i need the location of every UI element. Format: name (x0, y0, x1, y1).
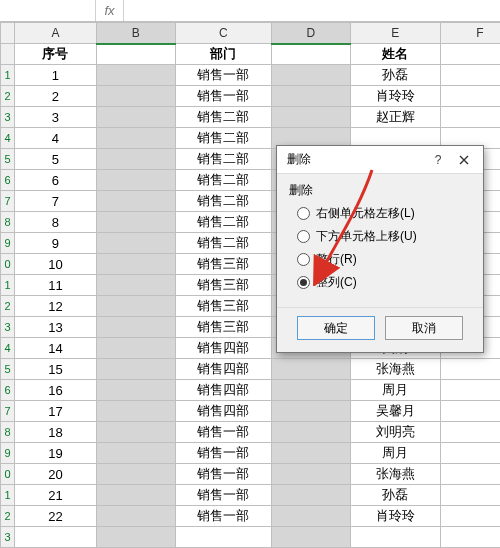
cell[interactable]: 肖玲玲 (351, 506, 441, 527)
cell[interactable] (271, 44, 350, 65)
row-header[interactable]: 2 (1, 506, 15, 527)
cell[interactable]: 销售二部 (176, 191, 272, 212)
cell[interactable]: 销售四部 (176, 338, 272, 359)
row-header[interactable]: 3 (1, 527, 15, 548)
close-icon[interactable] (451, 150, 477, 170)
cell[interactable]: 22 (15, 506, 96, 527)
cell[interactable]: 销售一部 (176, 506, 272, 527)
cell[interactable]: 销售二部 (176, 212, 272, 233)
cell[interactable] (96, 170, 175, 191)
table-row[interactable]: 2 2 销售一部 肖玲玲 (1, 86, 501, 107)
cell[interactable]: 周月 (351, 380, 441, 401)
row-header[interactable] (1, 44, 15, 65)
cell[interactable]: 销售二部 (176, 170, 272, 191)
cell[interactable]: 销售四部 (176, 380, 272, 401)
cell[interactable]: 刘明亮 (351, 422, 441, 443)
cell[interactable]: 销售一部 (176, 464, 272, 485)
cell[interactable] (440, 527, 500, 548)
cell[interactable]: 9 (15, 233, 96, 254)
cell[interactable] (96, 527, 175, 548)
cell[interactable] (96, 422, 175, 443)
cell[interactable] (96, 485, 175, 506)
row-header[interactable]: 9 (1, 443, 15, 464)
cell[interactable]: 销售一部 (176, 422, 272, 443)
cell[interactable]: 17 (15, 401, 96, 422)
cell[interactable] (271, 107, 350, 128)
table-row[interactable]: 0 20 销售一部 张海燕 (1, 464, 501, 485)
cell[interactable]: 销售一部 (176, 485, 272, 506)
cell[interactable]: 张海燕 (351, 359, 441, 380)
cell[interactable] (440, 359, 500, 380)
cell[interactable]: 2 (15, 86, 96, 107)
cell[interactable]: 销售三部 (176, 275, 272, 296)
cell[interactable] (96, 464, 175, 485)
cell[interactable] (96, 359, 175, 380)
table-row[interactable]: 7 17 销售四部 吴馨月 (1, 401, 501, 422)
cell[interactable]: 赵正辉 (351, 107, 441, 128)
row-header[interactable]: 5 (1, 359, 15, 380)
cell[interactable] (96, 191, 175, 212)
row-header[interactable]: 9 (1, 233, 15, 254)
cell[interactable] (96, 128, 175, 149)
table-row[interactable]: 5 15 销售四部 张海燕 (1, 359, 501, 380)
fx-icon[interactable]: fx (96, 0, 124, 21)
cell[interactable] (440, 485, 500, 506)
table-header-row[interactable]: 序号 部门 姓名 (1, 44, 501, 65)
cell[interactable] (96, 254, 175, 275)
table-row[interactable]: 2 22 销售一部 肖玲玲 (1, 506, 501, 527)
cell[interactable] (271, 485, 350, 506)
cell[interactable]: 孙磊 (351, 65, 441, 86)
col-header-F[interactable]: F (440, 23, 500, 44)
dialog-title-bar[interactable]: 删除 ? (277, 146, 483, 174)
cancel-button[interactable]: 取消 (385, 316, 463, 340)
row-header[interactable]: 3 (1, 107, 15, 128)
cell[interactable] (96, 233, 175, 254)
table-row[interactable]: 1 21 销售一部 孙磊 (1, 485, 501, 506)
row-header[interactable]: 8 (1, 422, 15, 443)
row-header[interactable]: 1 (1, 485, 15, 506)
cell[interactable] (271, 86, 350, 107)
col-header-C[interactable]: C (176, 23, 272, 44)
cell[interactable]: 销售三部 (176, 296, 272, 317)
column-headers[interactable]: A B C D E F (1, 23, 501, 44)
cell[interactable]: 销售二部 (176, 149, 272, 170)
row-header[interactable]: 0 (1, 464, 15, 485)
cell[interactable] (96, 65, 175, 86)
cell[interactable] (96, 107, 175, 128)
row-header[interactable]: 2 (1, 296, 15, 317)
cell[interactable] (440, 422, 500, 443)
table-row[interactable]: 3 3 销售二部 赵正辉 (1, 107, 501, 128)
name-box[interactable] (0, 0, 96, 21)
row-header[interactable]: 7 (1, 191, 15, 212)
cell[interactable] (96, 296, 175, 317)
cell[interactable] (440, 65, 500, 86)
option-shift-up[interactable]: 下方单元格上移(U) (297, 228, 471, 245)
cell[interactable] (96, 149, 175, 170)
cell[interactable] (271, 506, 350, 527)
cell[interactable] (96, 338, 175, 359)
cell[interactable]: 16 (15, 380, 96, 401)
cell[interactable]: 13 (15, 317, 96, 338)
help-icon[interactable]: ? (425, 150, 451, 170)
row-header[interactable]: 5 (1, 149, 15, 170)
table-row[interactable]: 8 18 销售一部 刘明亮 (1, 422, 501, 443)
select-all-corner[interactable] (1, 23, 15, 44)
row-header[interactable]: 6 (1, 170, 15, 191)
row-header[interactable]: 4 (1, 128, 15, 149)
cell[interactable]: 5 (15, 149, 96, 170)
cell[interactable]: 12 (15, 296, 96, 317)
cell[interactable]: 20 (15, 464, 96, 485)
cell[interactable]: 4 (15, 128, 96, 149)
cell[interactable]: 1 (15, 65, 96, 86)
cell[interactable]: 21 (15, 485, 96, 506)
cell[interactable] (271, 443, 350, 464)
cell[interactable]: 18 (15, 422, 96, 443)
table-row[interactable]: 6 16 销售四部 周月 (1, 380, 501, 401)
cell[interactable]: 8 (15, 212, 96, 233)
col-header-A[interactable]: A (15, 23, 96, 44)
table-row[interactable]: 1 1 销售一部 孙磊 (1, 65, 501, 86)
row-header[interactable]: 2 (1, 86, 15, 107)
table-row[interactable]: 3 (1, 527, 501, 548)
cell[interactable]: 销售一部 (176, 443, 272, 464)
row-header[interactable]: 8 (1, 212, 15, 233)
